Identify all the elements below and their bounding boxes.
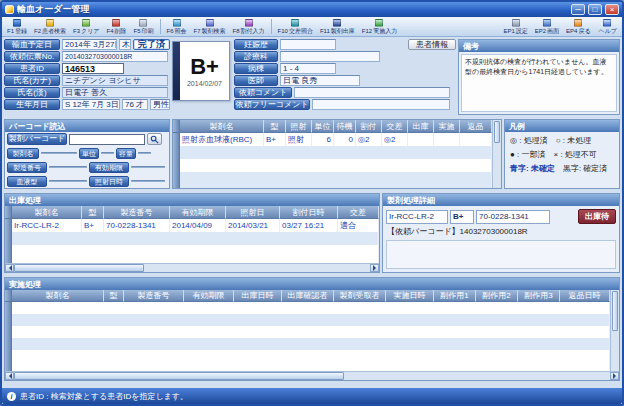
horizontal-scrollbar[interactable] [5,263,379,272]
toolbar-button-print[interactable]: F5印刷 [130,18,156,35]
close-button[interactable]: × [605,4,619,15]
row-selector[interactable] [173,159,180,172]
table-row[interactable] [5,314,610,326]
execution-table: 製剤名 型 製造番号 有効期限 出庫日時 出庫確認者 製剤受取者 実施日時 副作… [5,290,610,371]
scroll-left-arrow[interactable] [5,264,14,272]
cell-irradiation: 照射 [286,133,312,146]
row-selector[interactable] [173,146,180,159]
toolbar-button-crossmatch[interactable]: F10交差照合 [275,18,316,35]
table-row[interactable] [173,159,492,172]
row-selector[interactable] [5,245,12,263]
department-label: 診療科 [234,51,278,62]
remarks-panel: 備考 不規則抗体の検査が行われていません。血液型の最終検査日から1741日経過し… [458,39,620,115]
volume-field[interactable] [138,152,151,154]
row-selector[interactable] [5,338,12,350]
row-selector[interactable] [5,350,12,371]
horizontal-scrollbar[interactable] [5,371,619,380]
table-row[interactable] [5,245,379,263]
toolbar-button-settings[interactable]: EP1設定 [500,18,530,35]
scrollbar-thumb[interactable] [612,291,618,331]
printer-icon [139,19,147,27]
department-field[interactable] [280,51,380,62]
cell-blood-type: B+ [264,133,286,146]
column-header: 出庫確認者 [282,290,334,302]
toolbar-button-register[interactable]: F1登録 [4,18,30,35]
product-barcode-input[interactable] [69,134,145,145]
pregnancy-field[interactable] [280,39,336,50]
blood-group-field[interactable] [49,180,87,182]
column-header: 有効期限 [170,206,226,219]
scrollbar-thumb[interactable] [14,372,344,380]
toolbar-button-clear[interactable]: F3クリア [70,18,102,35]
free-comment-field[interactable] [312,99,450,110]
row-selector[interactable] [173,133,180,146]
toolbar-button-label: F5印刷 [133,28,153,34]
assign-icon [245,19,253,27]
title-bar: 輸血オーダー管理 ─ □ × [2,2,622,17]
patient-info-button[interactable]: 患者情報 [408,39,456,50]
toolbar-button-execute[interactable]: F12実施入力 [359,18,400,35]
row-selector[interactable] [173,172,180,188]
scroll-right-arrow[interactable] [370,264,379,272]
column-header: 単位 [312,120,334,133]
toolbar-button-back[interactable]: EP4戻る [563,18,593,35]
patient-identity-panel: 輸血予定日 2014年 3月27日 木 完了済 依頼伝票No. 20140327… [4,39,170,115]
blood-type-box: B+ 2014/02/07 [172,41,230,101]
table-row[interactable] [5,338,610,350]
patient-id-input[interactable] [62,63,124,74]
barcode-search-button[interactable] [147,133,162,145]
toolbar-button-ship[interactable]: F11製剤出庫 [317,18,358,35]
clinical-info-panel: 妊娠歴 患者情報 診療科 病棟 1 - 4 医師 日電 良秀 依頼コメント 依 [234,39,456,115]
toolbar-button-screen[interactable]: EP2画面 [532,18,562,35]
shipping-wait-status-button[interactable]: 出庫待 [578,209,616,224]
table-row[interactable]: Ir-RCC-LR-2 B+ 70-0228-1341 2014/04/09 2… [5,219,379,232]
toolbar-button-help[interactable]: ヘルプ [595,18,620,35]
toolbar-button-product-search[interactable]: F7製剤検索 [191,18,229,35]
table-row[interactable] [5,232,379,245]
scroll-left-arrow[interactable] [5,372,14,380]
cell-irradiation-date: 2014/03/21 [226,219,280,232]
product-name-field[interactable] [41,152,77,154]
toolbar-button-delete[interactable]: F4削除 [103,18,129,35]
minimize-button[interactable]: ─ [571,4,585,15]
row-selector[interactable] [5,232,12,245]
birth-date-value: S 12年 7月 3日 [62,99,120,110]
scrollbar-track[interactable] [14,264,370,272]
legend-item-partial: ● : 一部済 [510,149,546,160]
table-row[interactable]: 照射赤血球液(RBC) B+ 照射 6 0 ◎2 ◎2 [173,133,492,146]
search-icon [150,135,159,144]
toolbar-button-assign[interactable]: F8割付入力 [230,18,268,35]
table-row[interactable] [5,350,610,371]
toolbar-button-inquiry[interactable]: F6照会 [164,18,190,35]
table-row[interactable] [5,302,610,314]
row-selector[interactable] [5,219,12,232]
table-row[interactable] [173,172,492,188]
table-row[interactable] [173,146,492,159]
ward-field[interactable]: 1 - 4 [280,63,336,74]
column-header: 型 [264,120,286,133]
detail-barcode-line: 【依頼バーコード】14032703000018R [383,225,619,238]
table-row[interactable] [5,326,610,338]
column-header: 副作用1 [434,290,476,302]
legend-item-unconfirmed: 青字: 未確定 [510,163,555,174]
request-comment-field[interactable] [294,87,450,98]
doctor-field[interactable]: 日電 良秀 [280,75,360,86]
row-selector[interactable] [5,302,12,314]
lot-number-field[interactable] [49,166,87,168]
unit-field[interactable] [101,152,114,154]
irradiation-date-field[interactable] [131,180,165,182]
row-selector[interactable] [5,314,12,326]
scrollbar-thumb[interactable] [14,264,144,272]
schedule-date-label: 輸血予定日 [4,39,60,50]
scrollbar-track[interactable] [14,372,610,380]
expiry-field[interactable] [131,166,165,168]
column-header: 待機 [334,120,356,133]
maximize-button[interactable]: □ [588,4,602,15]
legend-line: ● : 一部済× : 処理不可 [505,146,619,160]
scrollbar-thumb[interactable] [494,121,500,143]
vertical-scrollbar[interactable] [492,120,501,188]
scroll-right-arrow[interactable] [610,372,619,380]
row-selector[interactable] [5,326,12,338]
vertical-scrollbar[interactable] [610,290,619,371]
toolbar-button-patient-search[interactable]: F2患者検索 [31,18,69,35]
